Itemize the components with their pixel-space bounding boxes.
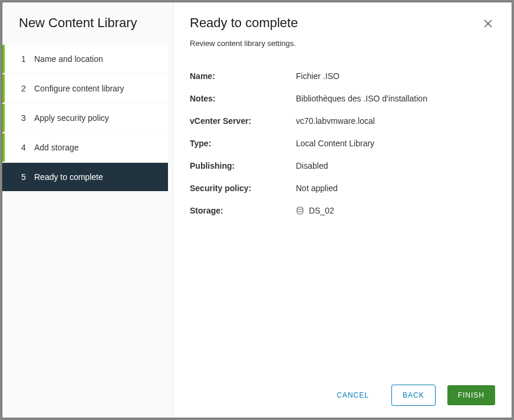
- finish-button[interactable]: FINISH: [447, 385, 495, 405]
- wizard-footer: CANCEL BACK FINISH: [190, 379, 495, 406]
- value-vcenter: vc70.labvmware.local: [296, 116, 375, 126]
- value-type: Local Content Library: [296, 139, 374, 148]
- wizard-steps: 1 Name and location 2 Configure content …: [2, 45, 173, 192]
- step-number: 4: [21, 143, 34, 152]
- row-publishing: Publishing: Disabled: [190, 161, 495, 170]
- row-name: Name: Fichier .ISO: [190, 71, 495, 81]
- new-content-library-dialog: New Content Library 1 Name and location …: [2, 2, 512, 418]
- label-storage: Storage:: [190, 206, 296, 215]
- close-icon: [483, 17, 493, 31]
- step-number: 2: [21, 84, 34, 93]
- datastore-icon: [296, 206, 304, 215]
- row-vcenter: vCenter Server: vc70.labvmware.local: [190, 116, 495, 126]
- label-security: Security policy:: [190, 183, 296, 193]
- summary-table: Name: Fichier .ISO Notes: Bibliothèques …: [190, 71, 495, 379]
- row-type: Type: Local Content Library: [190, 139, 495, 148]
- step-label: Ready to complete: [34, 172, 103, 182]
- value-storage-text: DS_02: [309, 206, 334, 215]
- step-add-storage[interactable]: 4 Add storage: [2, 133, 168, 162]
- svg-point-0: [297, 207, 303, 209]
- step-number: 3: [21, 113, 34, 123]
- step-configure-content-library[interactable]: 2 Configure content library: [2, 74, 168, 103]
- step-ready-to-complete[interactable]: 5 Ready to complete: [2, 163, 168, 191]
- label-type: Type:: [190, 139, 296, 148]
- cancel-button[interactable]: CANCEL: [326, 385, 380, 405]
- label-vcenter: vCenter Server:: [190, 116, 296, 126]
- value-notes: Bibliothèques des .ISO d'installation: [296, 94, 427, 103]
- step-label: Configure content library: [34, 84, 124, 93]
- close-button[interactable]: [481, 15, 495, 33]
- step-name-and-location[interactable]: 1 Name and location: [2, 45, 168, 73]
- label-notes: Notes:: [190, 94, 296, 103]
- row-notes: Notes: Bibliothèques des .ISO d'installa…: [190, 94, 495, 103]
- step-apply-security-policy[interactable]: 3 Apply security policy: [2, 104, 168, 132]
- wizard-content: Ready to complete Review content library…: [173, 2, 512, 418]
- label-publishing: Publishing:: [190, 161, 296, 170]
- value-security: Not applied: [296, 183, 338, 193]
- value-name: Fichier .ISO: [296, 71, 340, 81]
- step-number: 1: [21, 54, 34, 64]
- value-storage: DS_02: [296, 206, 334, 215]
- page-subtitle: Review content library settings.: [190, 39, 495, 48]
- step-label: Add storage: [34, 143, 79, 152]
- label-name: Name:: [190, 71, 296, 81]
- wizard-sidebar: New Content Library 1 Name and location …: [2, 2, 173, 418]
- step-label: Apply security policy: [34, 113, 109, 123]
- row-security: Security policy: Not applied: [190, 183, 495, 193]
- page-title: Ready to complete: [190, 15, 298, 31]
- back-button[interactable]: BACK: [391, 385, 436, 406]
- step-number: 5: [21, 172, 34, 182]
- content-header: Ready to complete: [190, 15, 495, 33]
- step-label: Name and location: [34, 54, 103, 64]
- wizard-title: New Content Library: [2, 15, 173, 45]
- row-storage: Storage: DS_02: [190, 206, 495, 215]
- value-publishing: Disabled: [296, 161, 328, 170]
